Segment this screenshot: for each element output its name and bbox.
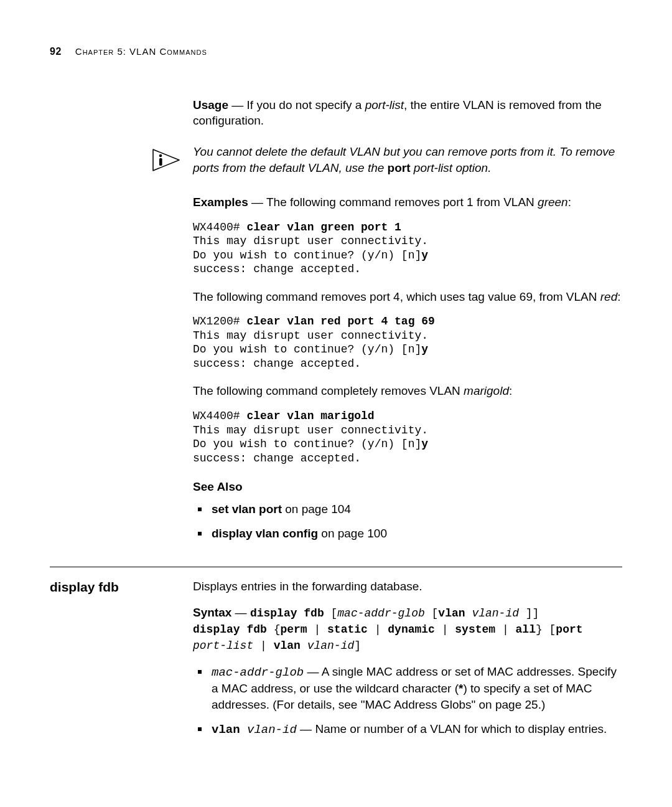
see-also-bold: set vlan port <box>212 503 282 516</box>
s-l2-c: perm <box>280 623 307 636</box>
usage-sep: — <box>228 98 247 111</box>
ex1-i: green <box>538 196 568 209</box>
param-term-b: vlan <box>212 723 240 737</box>
c1-cmd: clear vlan green port 1 <box>246 221 401 234</box>
note-bold: port <box>388 161 411 174</box>
see-also-item: set vlan port on page 104 <box>193 501 622 517</box>
s-l2-l: } [ <box>536 623 556 636</box>
c2-prompt: WX1200# <box>193 315 246 328</box>
s-l2-a: display fdb <box>193 623 274 636</box>
s-l2-e: static <box>327 623 368 636</box>
page-number: 92 <box>50 45 62 59</box>
c2-success: success: change accepted. <box>193 357 361 370</box>
usage-row: Usage — If you do not specify a port-lis… <box>50 97 622 139</box>
param-term-i: vlan-id <box>247 723 297 737</box>
running-header: 92 Chapter 5: VLAN Commands <box>50 45 622 59</box>
s-l3-b: | <box>253 639 273 652</box>
s-l3-c: vlan <box>274 639 301 652</box>
s-l1-d: [ <box>425 607 439 620</box>
code-block-2: WX1200# clear vlan red port 4 tag 69 Thi… <box>193 314 622 370</box>
see-also-list: set vlan port on page 104 display vlan c… <box>193 501 622 542</box>
svg-point-0 <box>159 154 162 158</box>
s-l1-c: mac-addr-glob <box>337 607 424 620</box>
examples-sep: — <box>248 196 266 209</box>
ex2-b: : <box>617 290 620 303</box>
see-also-bold: display vlan config <box>212 527 318 540</box>
c1-prompt: WX4400# <box>193 221 246 234</box>
chapter-title: Chapter 5: VLAN Commands <box>75 45 207 58</box>
section-heading: display fdb <box>50 578 180 596</box>
s-l3-d <box>301 639 307 652</box>
s-l2-j: | <box>495 623 515 636</box>
s-l1-g: vlan-id <box>472 607 519 620</box>
s-l2-h: | <box>435 623 455 636</box>
c2-body: This may disrupt user connectivity. Do y… <box>193 329 428 356</box>
see-also-heading: See Also <box>193 479 622 495</box>
ex1-a: The following command removes port 1 fro… <box>266 196 538 209</box>
s-l2-i: system <box>455 623 495 636</box>
c3-success: success: change accepted. <box>193 452 361 465</box>
display-fdb-lead: Displays entries in the forwarding datab… <box>193 578 622 595</box>
s-l2-m: port <box>556 623 582 636</box>
s-l1-e: vlan <box>438 607 465 620</box>
info-icon <box>50 144 180 176</box>
see-also-rest: on page 100 <box>318 527 387 540</box>
ex1-b: : <box>568 196 571 209</box>
ex3-i: marigold <box>464 384 509 397</box>
c3-y: y <box>421 438 428 450</box>
usage-portlist: port-list <box>365 98 404 111</box>
c2-y: y <box>421 343 428 356</box>
s-l1-f <box>465 607 472 620</box>
ex3-b: : <box>509 384 512 397</box>
note-line3: option. <box>455 161 491 174</box>
param-term: mac-addr-glob <box>212 666 304 679</box>
s-l1-b: [ <box>331 607 338 620</box>
s-l2-d: | <box>307 623 327 636</box>
c3-prompt: WX4400# <box>193 410 246 422</box>
param-sep: — <box>304 665 322 678</box>
param-item: vlan vlan-id — Name or number of a VLAN … <box>193 721 622 739</box>
examples-label: Examples <box>193 196 248 209</box>
syntax-sep: — <box>231 606 250 619</box>
s-l3-e: vlan-id <box>307 639 355 652</box>
param-list: mac-addr-glob — A single MAC address or … <box>193 664 622 739</box>
s-l2-b: { <box>274 623 281 636</box>
c3-body: This may disrupt user connectivity. Do y… <box>193 424 428 451</box>
ex2-a: The following command removes port 4, wh… <box>193 290 600 303</box>
c2-cmd: clear vlan red port 4 tag 69 <box>246 315 434 328</box>
s-l3-a: port-list <box>193 639 253 652</box>
display-fdb-section: display fdb Displays entries in the forw… <box>50 578 622 747</box>
examples-block: Examples — The following command removes… <box>50 194 622 550</box>
section-divider <box>50 567 622 567</box>
c1-success: success: change accepted. <box>193 263 361 275</box>
see-also-rest: on page 104 <box>282 503 351 516</box>
ex3-a: The following command completely removes… <box>193 384 464 397</box>
note-row: You cannot delete the default VLAN but y… <box>50 144 622 186</box>
usage-label: Usage <box>193 98 228 111</box>
page: 92 Chapter 5: VLAN Commands Usage — If y… <box>0 0 672 807</box>
s-l1-h: ]] <box>519 607 539 620</box>
svg-rect-1 <box>159 158 162 166</box>
examples-intro2: The following command removes port 4, wh… <box>193 289 622 305</box>
note-line2: port-list <box>411 161 456 174</box>
param-rest: Name or number of a VLAN for which to di… <box>315 722 607 735</box>
s-l3-f: ] <box>354 639 361 652</box>
syntax-label: Syntax <box>193 606 231 619</box>
usage-text-a: If you do not specify a <box>247 98 365 111</box>
note-text: You cannot delete the default VLAN but y… <box>193 144 622 176</box>
s-l2-k: all <box>516 623 536 636</box>
s-l2-g: dynamic <box>388 623 435 636</box>
param-space <box>240 723 247 737</box>
see-also-item: display vlan config on page 100 <box>193 526 622 542</box>
param-item: mac-addr-glob — A single MAC address or … <box>193 664 622 713</box>
c1-body: This may disrupt user connectivity. Do y… <box>193 235 428 262</box>
c3-cmd: clear vlan marigold <box>246 410 374 422</box>
usage-paragraph: Usage — If you do not specify a port-lis… <box>193 97 622 129</box>
syntax-block: Syntax — display fdb [mac-addr-glob [vla… <box>193 605 622 654</box>
s-l2-f: | <box>368 623 388 636</box>
param-sep: — <box>297 722 315 735</box>
ex2-i: red <box>600 290 617 303</box>
c1-y: y <box>421 249 428 262</box>
code-block-3: WX4400# clear vlan marigold This may dis… <box>193 409 622 465</box>
examples-intro1: Examples — The following command removes… <box>193 194 622 210</box>
